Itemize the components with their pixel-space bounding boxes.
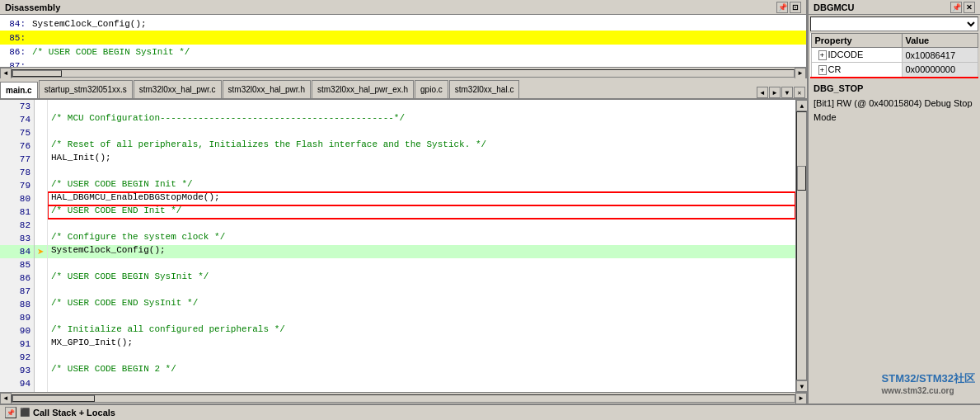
bottom-status-bar: 📌 ⬛ Call Stack + Locals — [0, 403, 980, 420]
tab-hal-pwr-c[interactable]: stm32l0xx_hal_pwr.c — [134, 80, 222, 98]
tab-gpio-c[interactable]: gpio.c — [415, 80, 448, 98]
watermark-line2: www.stm32.cu.org — [882, 386, 975, 395]
detail-property-name: DBG_STOP — [814, 83, 975, 93]
disasm-line-86: 86: /* USER CODE BEGIN SysInit */ — [0, 45, 806, 59]
tab-hal-pwr-h[interactable]: stm32l0xx_hal_pwr.h — [223, 80, 311, 98]
bottom-pin-btn[interactable]: 📌 — [5, 407, 16, 418]
tab-dropdown[interactable]: ▼ — [781, 87, 793, 98]
disassembly-title: Disassembly — [5, 2, 60, 12]
dbgmcu-close-icon[interactable]: ✕ — [964, 2, 975, 13]
dbgmcu-pin-icon[interactable]: 📌 — [950, 2, 962, 13]
dbgmcu-dropdown[interactable] — [810, 17, 978, 31]
tabs-bar: main.c startup_stm32l051xx.s stm32l0xx_h… — [0, 78, 807, 100]
dbgmcu-title-bar: DBGMCU 📌 ✕ — [807, 0, 980, 15]
prop-header: Property — [811, 34, 902, 48]
editor-h-scrollbar[interactable]: ◄ ► — [0, 392, 807, 403]
tab-scroll-left[interactable]: ◄ — [757, 87, 768, 98]
editor-area: main.c startup_stm32l051xx.s stm32l0xx_h… — [0, 78, 807, 403]
v-scroll-down[interactable]: ▼ — [796, 380, 807, 392]
tab-main-c[interactable]: main.c — [0, 82, 38, 100]
scroll-left-btn[interactable]: ◄ — [0, 68, 12, 79]
h-scroll-left[interactable]: ◄ — [0, 393, 12, 404]
dbgmcu-detail-panel: DBG_STOP [Bit1] RW (@ 0x40015804) Debug … — [807, 78, 980, 403]
code-text-area[interactable]: /* MCU Configuration--------------------… — [48, 100, 795, 392]
v-scroll-up[interactable]: ▲ — [796, 100, 807, 111]
bottom-bar-label: Call Stack + Locals — [33, 408, 115, 418]
disasm-line-84: 84: SystemClock_Config(); — [0, 17, 806, 31]
prop-row-cr[interactable]: +CR 0x00000000 — [811, 63, 978, 78]
tab-close-all[interactable]: ✕ — [794, 87, 805, 98]
disasm-h-scrollbar[interactable]: ◄ ► — [0, 67, 806, 78]
disassembly-pin-icon[interactable]: 📌 — [776, 2, 788, 13]
disasm-line-85: 85: — [0, 31, 806, 45]
disassembly-panel: Disassembly 📌 ⊡ 84: SystemClock_Config()… — [0, 0, 807, 78]
tab-hal-pwr-ex[interactable]: stm32l0xx_hal_pwr_ex.h — [312, 80, 414, 98]
dbgmcu-top-panel: DBGMCU 📌 ✕ Property Value — [807, 0, 980, 78]
tab-startup[interactable]: startup_stm32l051xx.s — [39, 80, 133, 98]
scroll-right-btn[interactable]: ► — [795, 68, 806, 79]
value-header: Value — [902, 34, 978, 48]
line-number-gutter: 73 74 75 76 77 78 79 80 81 82 83 84 85 8… — [0, 100, 35, 392]
watermark: STM32/STM32社区 www.stm32.cu.org — [882, 371, 975, 395]
disasm-line-87: 87: — [0, 59, 806, 67]
disassembly-title-bar: Disassembly 📌 ⊡ — [0, 0, 806, 15]
call-stack-icon: ⬛ — [20, 408, 30, 418]
current-line-arrow: ➤ — [35, 245, 47, 258]
arrow-gutter: ➤ — [35, 100, 48, 392]
v-scrollbar[interactable]: ▲ ▼ — [795, 100, 807, 392]
dbgmcu-title: DBGMCU — [814, 2, 855, 12]
prop-row-idcode[interactable]: +IDCODE 0x10086417 — [811, 48, 978, 63]
h-scroll-right[interactable]: ► — [795, 393, 807, 404]
watermark-line1: STM32/STM32社区 — [882, 371, 975, 386]
tab-hal-c[interactable]: stm32l0xx_hal.c — [449, 80, 520, 98]
disassembly-content: 84: SystemClock_Config(); 85: 86: /* USE… — [0, 15, 806, 67]
tab-scroll-right[interactable]: ► — [769, 87, 781, 98]
detail-description: [Bit1] RW (@ 0x40015804) Debug Stop Mode — [814, 97, 975, 124]
disassembly-float-icon[interactable]: ⊡ — [790, 2, 801, 13]
